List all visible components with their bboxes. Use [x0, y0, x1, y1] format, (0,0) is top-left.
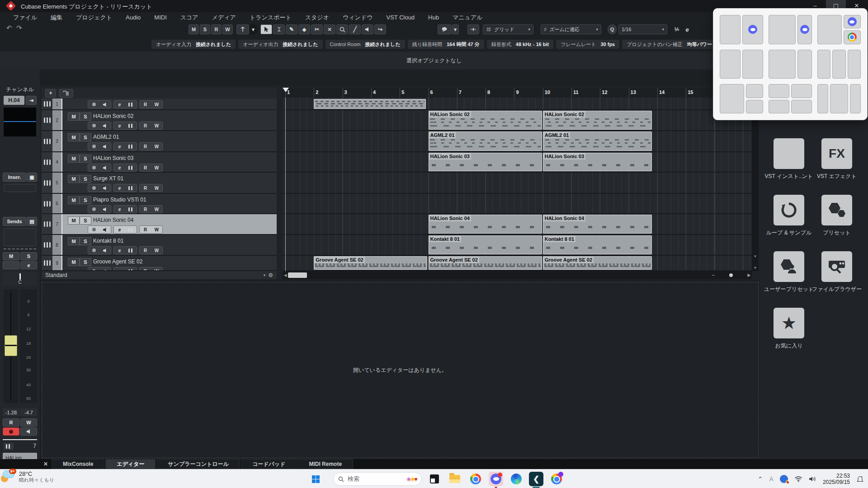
- snap-cell-br[interactable]: [791, 100, 812, 113]
- track-mute-button[interactable]: M: [68, 155, 80, 163]
- write-automation-button[interactable]: W: [151, 122, 162, 129]
- pan-control[interactable]: C: [3, 272, 37, 286]
- tab-コードパッド[interactable]: コードパッド: [241, 459, 297, 469]
- instrument-edit-button[interactable]: [125, 206, 137, 213]
- instrument-edit-button[interactable]: [125, 184, 137, 192]
- snap-layout-wide-right[interactable]: [769, 15, 812, 44]
- track-name[interactable]: HALion Sonic 02: [93, 113, 133, 119]
- strip-record-button[interactable]: [3, 427, 19, 436]
- track-row-8[interactable]: 8MSKontakt 8 01eRW: [42, 235, 277, 256]
- menu-item-5[interactable]: スコア: [174, 14, 205, 22]
- vzoom-in-button[interactable]: +: [752, 265, 759, 270]
- wifi-icon[interactable]: [794, 476, 802, 482]
- track-name[interactable]: HALion Sonic 03: [93, 155, 133, 161]
- track-name[interactable]: HALion Sonic 04: [93, 217, 133, 223]
- snap-cell-m[interactable]: [830, 84, 848, 113]
- peak-value[interactable]: -4.7: [20, 408, 37, 416]
- midi-clip[interactable]: HALion Sonic 02: [543, 111, 652, 130]
- status-0[interactable]: オーディオ入力接続されました: [151, 40, 236, 49]
- instrument-edit-button[interactable]: [125, 101, 137, 108]
- menu-item-10[interactable]: VST Cloud: [379, 14, 421, 21]
- snap-cell-l[interactable]: [769, 50, 796, 79]
- clock[interactable]: 22:53 2025/09/15: [823, 473, 850, 485]
- track-solo-button[interactable]: S: [80, 113, 91, 121]
- record-enable-button[interactable]: [88, 164, 99, 171]
- read-automation-button[interactable]: R: [140, 267, 151, 271]
- midi-clip[interactable]: HALion Sonic 04: [543, 215, 652, 234]
- status-5[interactable]: フレームレート30 fps: [556, 40, 619, 49]
- strip-edit-button[interactable]: e: [20, 261, 37, 269]
- monitor-button[interactable]: [99, 101, 111, 108]
- sends-rack-icon[interactable]: ▤: [27, 217, 37, 226]
- snap-cell-r[interactable]: [742, 50, 763, 79]
- snap-cell-l[interactable]: [769, 15, 796, 44]
- snap-layout-quad[interactable]: [769, 84, 812, 113]
- tray-blue-app-icon[interactable]: [780, 475, 788, 483]
- read-automation-button[interactable]: R: [140, 247, 151, 254]
- taskbar-search[interactable]: 検索 ❀❀♥: [333, 472, 422, 486]
- record-enable-button[interactable]: [88, 226, 99, 233]
- inserts-button[interactable]: Inser.: [3, 173, 26, 182]
- snap-layout-wide-right[interactable]: [769, 50, 812, 79]
- track-settings-gear-icon[interactable]: ⚙: [268, 272, 273, 278]
- read-automation-button[interactable]: R: [140, 101, 151, 108]
- vst-instruments-tile[interactable]: [774, 138, 804, 169]
- read-automation-button[interactable]: R: [140, 226, 151, 233]
- menu-item-8[interactable]: スタジオ: [298, 14, 336, 22]
- edit-channel-button[interactable]: e: [114, 164, 125, 171]
- snap-cell-l[interactable]: [720, 84, 744, 113]
- timeline-ruler[interactable]: 12345678910111213141516: [283, 88, 752, 98]
- object-select-tool[interactable]: [260, 24, 272, 34]
- status-4[interactable]: 録音形式48 kHz - 16 bit: [487, 40, 553, 49]
- snap-cell-rb[interactable]: [844, 30, 861, 44]
- project-cursor-marker[interactable]: [283, 88, 289, 92]
- draw-tool[interactable]: ✎: [286, 24, 297, 34]
- snap-layout-half[interactable]: [720, 15, 763, 44]
- instrument-edit-button[interactable]: [125, 267, 137, 271]
- record-enable-button[interactable]: [88, 122, 99, 129]
- tab-エディター[interactable]: エディター: [105, 459, 156, 469]
- track-name[interactable]: AGML2 01: [93, 134, 119, 140]
- tab-サンプラーコントロール[interactable]: サンプラーコントロール: [156, 459, 240, 469]
- track-solo-button[interactable]: S: [80, 216, 91, 225]
- zoom-fit-select[interactable]: # ズームに適応▾: [541, 24, 601, 34]
- tray-chevron-icon[interactable]: ⌃: [758, 475, 763, 483]
- track-mute-button[interactable]: M: [68, 113, 80, 121]
- track-solo-button[interactable]: S: [80, 155, 91, 163]
- status-1[interactable]: オーディオ出力接続されました: [238, 40, 322, 49]
- strip-mute-button[interactable]: M: [3, 252, 19, 260]
- write-automation-button[interactable]: W: [151, 206, 162, 213]
- snap-cell-rt[interactable]: [746, 84, 763, 98]
- channel-thumbnail[interactable]: [4, 108, 36, 136]
- menu-item-0[interactable]: ファイル: [6, 14, 44, 22]
- midi-clip[interactable]: HALion Sonic 02: [429, 111, 542, 130]
- snap-cell-rb[interactable]: [746, 100, 763, 113]
- menu-item-7[interactable]: トランスポート: [243, 14, 298, 22]
- channel-export-icon[interactable]: ⇥: [26, 96, 37, 105]
- horizontal-scrollbar[interactable]: ◀ ▶: [283, 271, 752, 279]
- midi-clip[interactable]: Groove Agent SE 02: [314, 256, 427, 270]
- read-automation-button[interactable]: R: [140, 206, 151, 213]
- erase-tool[interactable]: ◆: [298, 24, 310, 34]
- notification-bell-icon[interactable]: z: [856, 475, 864, 483]
- toolbar-r-button[interactable]: R: [211, 24, 222, 34]
- instrument-edit-button[interactable]: [125, 143, 137, 150]
- zoom-out-icon[interactable]: −: [712, 272, 715, 278]
- menu-item-12[interactable]: マニュアル: [446, 14, 490, 22]
- edit-channel-button[interactable]: e: [114, 184, 125, 192]
- fader-cap[interactable]: [5, 335, 17, 356]
- track-name[interactable]: Piapro Studio VSTi 01: [93, 197, 146, 203]
- file-explorer-taskbar-icon[interactable]: [448, 472, 462, 486]
- snap-layout-left-two[interactable]: [720, 84, 763, 113]
- split-tool[interactable]: ✂: [311, 24, 323, 34]
- volume-fader[interactable]: [4, 289, 18, 403]
- monitor-button[interactable]: [99, 143, 111, 150]
- start-button[interactable]: [308, 472, 323, 486]
- read-automation-button[interactable]: R: [140, 184, 151, 192]
- tab-midi-remote[interactable]: MIDI Remote: [297, 459, 353, 469]
- record-enable-button[interactable]: [88, 247, 99, 254]
- edit-channel-button[interactable]: e: [114, 101, 125, 108]
- record-enable-button[interactable]: [88, 184, 99, 192]
- snap-cell-l[interactable]: [720, 15, 741, 44]
- edit-channel-button[interactable]: e: [114, 267, 125, 271]
